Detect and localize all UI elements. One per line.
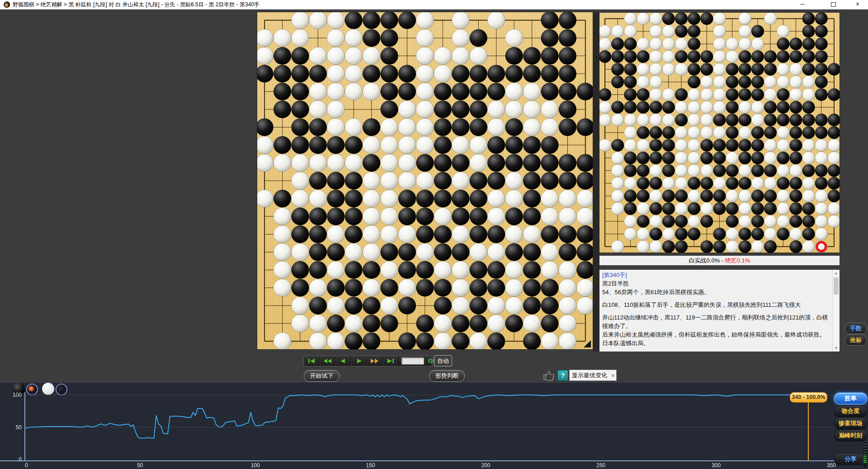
white-stone: [292, 314, 309, 332]
black-stone: [345, 261, 363, 279]
white-stone: [559, 208, 576, 225]
scroll-up-arrow-icon[interactable]: ▲: [833, 270, 840, 277]
black-stone: [470, 29, 487, 47]
commentary-scrollbar[interactable]: ▲ ▼: [832, 270, 840, 352]
white-stone: [505, 279, 523, 296]
black-stone: [541, 83, 559, 100]
black-stone: [416, 190, 434, 207]
graph-zoom-slider[interactable]: [862, 441, 868, 469]
white-stone: [327, 47, 344, 65]
white-stone: [637, 75, 650, 88]
white-stone: [309, 314, 327, 332]
x-tick-label: 200: [481, 462, 490, 469]
black-stone: [309, 172, 327, 190]
black-stone: [416, 225, 434, 243]
black-stone: [523, 47, 541, 65]
black-stone: [662, 127, 675, 139]
position-judge-button[interactable]: 形势判断: [429, 370, 465, 382]
black-stone: [726, 114, 739, 127]
black-stone: [381, 83, 398, 100]
auto-play-button[interactable]: 自动: [434, 355, 452, 366]
thumbs-up-icon[interactable]: [542, 369, 556, 381]
white-stone: [327, 101, 344, 118]
black-stone: [751, 63, 764, 75]
black-stone: [559, 225, 576, 243]
graph-tab-winrate[interactable]: 胜率: [834, 393, 867, 404]
white-stone: [675, 38, 688, 50]
step-forward-icon: [354, 358, 364, 364]
black-stone: [790, 177, 802, 190]
white-stone: [637, 240, 650, 253]
graph-tab-match-rate[interactable]: 吻合度: [834, 405, 867, 417]
black-stone: [576, 83, 593, 100]
white-stone: [802, 139, 815, 152]
white-stone: [777, 190, 789, 202]
black-stone: [559, 118, 576, 136]
black-stone: [274, 190, 291, 207]
white-stone: [274, 29, 291, 47]
white-stone: [309, 333, 327, 349]
white-stone: [434, 261, 452, 279]
start-trial-button[interactable]: 开始试下: [304, 370, 340, 382]
scrollbar-thumb[interactable]: [834, 277, 839, 295]
fast-rewind-button[interactable]: [320, 356, 335, 366]
black-stone: [713, 240, 726, 253]
white-stone: [739, 127, 751, 139]
black-stone: [523, 172, 541, 190]
black-stone: [637, 89, 650, 101]
white-stone: [650, 215, 662, 228]
white-stone: [398, 101, 416, 118]
black-stone: [739, 89, 751, 101]
white-stone: [700, 164, 713, 177]
black-stone: [650, 177, 662, 190]
best-variation-dropdown[interactable]: 显示最优变化 ∨: [569, 370, 617, 381]
step-back-button[interactable]: [335, 356, 351, 366]
fox-go-logo-icon: [4, 1, 10, 8]
skip-to-start-button[interactable]: [304, 356, 320, 366]
black-stone: [576, 261, 593, 279]
black-stone: [688, 50, 700, 63]
black-stone: [688, 177, 700, 190]
black-stone: [434, 243, 452, 261]
black-stone: [713, 139, 726, 152]
white-stone: [611, 240, 624, 253]
fast-forward-button[interactable]: [367, 356, 383, 366]
variation-go-board[interactable]: [599, 13, 840, 253]
winrate-chart[interactable]: 050100050100150200250300350: [0, 382, 868, 469]
question-mark-icon[interactable]: ?: [557, 370, 568, 381]
minimize-button[interactable]: [792, 0, 813, 9]
black-stone: [523, 261, 541, 279]
white-stone: [559, 314, 576, 332]
black-stone: [662, 13, 675, 25]
skip-to-end-button[interactable]: [383, 356, 399, 366]
move-number-input[interactable]: [401, 357, 424, 365]
main-go-board[interactable]: [257, 12, 593, 349]
scroll-down-arrow-icon[interactable]: ▼: [833, 345, 840, 352]
show-coordinates-button[interactable]: 坐标: [844, 334, 867, 346]
white-stone: [713, 127, 726, 139]
white-stone: [416, 12, 434, 29]
white-stone: [381, 154, 398, 172]
black-stone: [470, 190, 487, 207]
black-stone: [363, 154, 380, 172]
white-stone: [739, 38, 751, 50]
maximize-button[interactable]: [823, 0, 844, 9]
white-stone: [713, 89, 726, 101]
white-stone: [726, 152, 739, 164]
black-stone: [815, 127, 828, 139]
show-move-numbers-button[interactable]: 手数: [844, 323, 867, 334]
black-stone: [637, 177, 650, 190]
close-button[interactable]: ×: [847, 0, 868, 9]
black-stone: [599, 50, 611, 63]
black-stone: [487, 172, 505, 190]
black-stone: [751, 50, 764, 63]
black-stone: [434, 190, 452, 207]
graph-tab-peak-moment[interactable]: 巅峰时刻: [834, 430, 867, 441]
white-stone: [274, 333, 291, 349]
graph-tab-blunder-scene[interactable]: 惨案现场: [834, 417, 867, 429]
white-stone: [764, 215, 777, 228]
white-stone: [416, 65, 434, 83]
step-forward-button[interactable]: [351, 356, 367, 366]
white-stone: [828, 139, 840, 152]
black-stone: [828, 164, 840, 177]
